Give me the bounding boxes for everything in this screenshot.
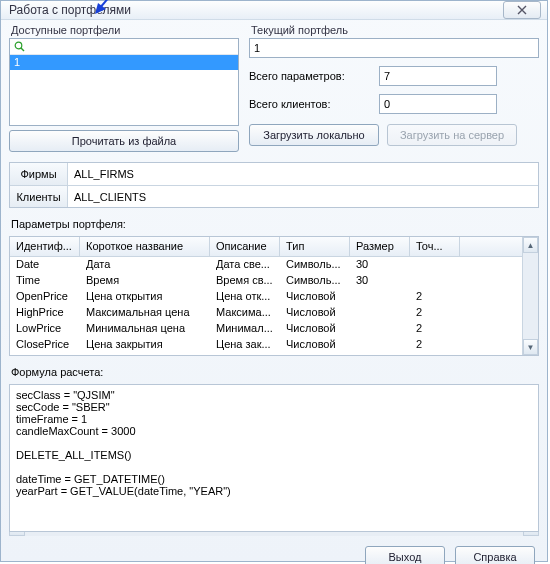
cell-id: OpenPrice [10, 289, 80, 305]
table-row[interactable]: HighPriceМаксимальная ценаМаксима...Числ… [10, 305, 522, 321]
table-row[interactable]: TimeВремяВремя св...Символь...30 [10, 273, 522, 289]
portfolio-window: Работа с портфелями Доступные портфели 1… [0, 0, 548, 562]
cell-desc: Цена отк... [210, 289, 280, 305]
current-portfolio-input[interactable] [249, 38, 539, 58]
table-header: Идентиф... Короткое название Описание Ти… [10, 237, 522, 257]
list-search-icon [10, 39, 238, 55]
search-icon [14, 41, 25, 52]
total-params-label: Всего параметров: [249, 70, 379, 82]
cell-id: LowPrice [10, 321, 80, 337]
help-button[interactable]: Справка [455, 546, 535, 564]
cell-size [350, 289, 410, 305]
table-row[interactable]: ClosePriceЦена закрытияЦена зак...Числов… [10, 337, 522, 353]
col-size[interactable]: Размер [350, 237, 410, 256]
cell-type: Символь... [280, 273, 350, 289]
col-short[interactable]: Короткое название [80, 237, 210, 256]
cell-size: 30 [350, 273, 410, 289]
cell-desc: Дата све... [210, 257, 280, 273]
cell-size [350, 305, 410, 321]
cell-desc: Время св... [210, 273, 280, 289]
cell-type: Символь... [280, 257, 350, 273]
available-portfolios-label: Доступные портфели [11, 24, 239, 36]
params-table: Идентиф... Короткое название Описание Ти… [9, 236, 539, 356]
cell-prec: 2 [410, 305, 460, 321]
table-scrollbar[interactable]: ▲ ▼ [522, 237, 538, 355]
exit-button[interactable]: Выход [365, 546, 445, 564]
window-title: Работа с портфелями [9, 3, 503, 17]
cell-prec: 2 [410, 289, 460, 305]
cell-size [350, 321, 410, 337]
cell-size [350, 337, 410, 353]
read-from-file-button[interactable]: Прочитать из файла [9, 130, 239, 152]
cell-prec [410, 257, 460, 273]
scroll-up-icon[interactable]: ▲ [523, 237, 538, 253]
scroll-down-icon[interactable]: ▼ [523, 339, 538, 355]
params-section-label: Параметры портфеля: [11, 218, 539, 230]
total-clients-label: Всего клиентов: [249, 98, 379, 110]
svg-line-1 [21, 48, 24, 51]
col-type[interactable]: Тип [280, 237, 350, 256]
list-item[interactable]: 1 [10, 55, 238, 70]
tab-firms[interactable]: Фирмы [10, 163, 68, 185]
tab-clients[interactable]: Клиенты [10, 186, 68, 207]
cell-type: Числовой [280, 305, 350, 321]
close-icon [516, 5, 528, 15]
cell-type: Числовой [280, 289, 350, 305]
clients-value[interactable]: ALL_CLIENTS [68, 186, 538, 207]
formula-textarea[interactable]: secClass = "QJSIM" secCode = "SBER" time… [9, 384, 539, 532]
cell-short: Дата [80, 257, 210, 273]
col-id[interactable]: Идентиф... [10, 237, 80, 256]
cell-prec: 2 [410, 337, 460, 353]
cell-prec [410, 273, 460, 289]
cell-id: HighPrice [10, 305, 80, 321]
formula-section-label: Формула расчета: [11, 366, 539, 378]
cell-short: Цена открытия [80, 289, 210, 305]
cell-type: Числовой [280, 337, 350, 353]
available-portfolios-list[interactable]: 1 [9, 38, 239, 126]
table-row[interactable]: DateДатаДата све...Символь...30 [10, 257, 522, 273]
cell-id: Date [10, 257, 80, 273]
cell-size: 30 [350, 257, 410, 273]
cell-prec: 2 [410, 321, 460, 337]
total-params-input[interactable] [379, 66, 497, 86]
cell-short: Минимальная цена [80, 321, 210, 337]
cell-short: Цена закрытия [80, 337, 210, 353]
cell-desc: Максима... [210, 305, 280, 321]
close-button[interactable] [503, 1, 541, 19]
firms-value[interactable]: ALL_FIRMS [68, 163, 538, 185]
total-clients-input[interactable] [379, 94, 497, 114]
svg-point-0 [15, 42, 22, 49]
current-portfolio-label: Текущий портфель [251, 24, 539, 36]
table-row[interactable]: LowPriceМинимальная ценаМинимал...Числов… [10, 321, 522, 337]
table-row[interactable]: OpenPriceЦена открытияЦена отк...Числово… [10, 289, 522, 305]
cell-type: Числовой [280, 321, 350, 337]
cell-short: Время [80, 273, 210, 289]
col-prec[interactable]: Точ... [410, 237, 460, 256]
load-local-button[interactable]: Загрузить локально [249, 124, 379, 146]
col-desc[interactable]: Описание [210, 237, 280, 256]
cell-desc: Минимал... [210, 321, 280, 337]
cell-short: Максимальная цена [80, 305, 210, 321]
firms-clients-grid: Фирмы ALL_FIRMS Клиенты ALL_CLIENTS [9, 162, 539, 208]
cell-desc: Цена зак... [210, 337, 280, 353]
cell-id: ClosePrice [10, 337, 80, 353]
titlebar: Работа с портфелями [1, 1, 547, 20]
load-server-button: Загрузить на сервер [387, 124, 517, 146]
cell-id: Time [10, 273, 80, 289]
